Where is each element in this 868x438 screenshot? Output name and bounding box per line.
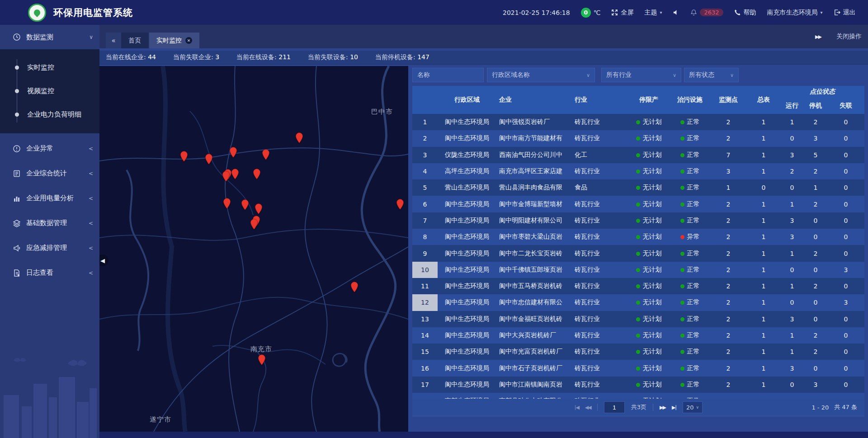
prev-page-button[interactable]: ◀◀ xyxy=(585,405,591,410)
cell-region: 阆中生态环境局 xyxy=(438,130,496,146)
cell-halted: 0 xyxy=(804,262,827,278)
cell-region: 阆中生态环境局 xyxy=(438,212,496,229)
cell-halted: 0 xyxy=(804,294,827,311)
map-pin-icon[interactable] xyxy=(222,171,230,182)
sidebar-item-3[interactable]: 企业用电量分析< xyxy=(0,186,99,211)
cell-halted: 1 xyxy=(804,179,827,196)
map-pin-icon[interactable] xyxy=(230,147,237,158)
cell-halted: 2 xyxy=(804,327,827,344)
map-pin-icon[interactable] xyxy=(255,203,263,214)
help-button[interactable]: 帮助 xyxy=(734,9,756,17)
page-number-input[interactable] xyxy=(604,401,625,413)
map-pin-icon[interactable] xyxy=(223,198,231,209)
tabs-scroll-right-button[interactable]: ▶▶ xyxy=(815,34,821,40)
cell-region: 阆中生态环境局 xyxy=(438,311,496,327)
status-dot-icon xyxy=(636,317,640,321)
org-dropdown[interactable]: 南充市生态环境局▾ xyxy=(767,9,823,17)
tab-realtime-monitor[interactable]: 实时监控 ✕ xyxy=(149,33,199,48)
table-row[interactable]: 12阆中生态环境局阆中市忠信建材有限公砖瓦行业无计划正常21003 xyxy=(412,294,864,311)
map-pin-icon[interactable] xyxy=(262,149,270,160)
sidebar-subitem-2[interactable]: 企业电力负荷明细 xyxy=(0,103,99,126)
close-operations-button[interactable]: 关闭操作 xyxy=(836,33,862,41)
table-row[interactable]: 5营山生态环境局营山县润丰肉食品有限食品无计划正常10010 xyxy=(412,179,864,196)
main-content: 当前在线企业: 44当前失联企业: 3当前在线设备: 211当前失联设备: 10… xyxy=(99,48,868,438)
logout-button[interactable]: 退出 xyxy=(834,9,856,17)
table-row[interactable]: 1阆中生态环境局阆中强锐页岩砖厂砖瓦行业无计划正常21120 xyxy=(412,114,864,130)
first-page-button[interactable]: ∣◀ xyxy=(574,405,579,410)
table-row[interactable]: 9阆中生态环境局阆中市二龙长宝页岩砖砖瓦行业无计划正常21120 xyxy=(412,245,864,261)
cell-index: 2 xyxy=(412,130,438,146)
map-pin-icon[interactable] xyxy=(396,199,404,210)
map-panel[interactable]: 巴中市南充市遂宁市 ◀ xyxy=(99,66,408,432)
table-row[interactable]: 2阆中生态环境局阆中市南方节能建材有砖瓦行业无计划正常21030 xyxy=(412,130,864,146)
industry-select[interactable]: 所有行业∨ xyxy=(601,68,681,82)
table-row[interactable]: 6阆中生态环境局阆中市金博瑞新型墙材砖瓦行业无计划正常21120 xyxy=(412,196,864,212)
cell-region: 阆中生态环境局 xyxy=(438,377,496,393)
table-row[interactable]: 15阆中生态环境局阆中市光富页岩机砖厂砖瓦行业无计划正常21120 xyxy=(412,344,864,360)
map-pin-icon[interactable] xyxy=(180,151,188,162)
cell-stop-limit: 无计划 xyxy=(627,163,670,179)
map-pin-icon[interactable] xyxy=(351,282,359,292)
page-size-select[interactable]: 20∨ xyxy=(683,401,703,413)
cell-running: 1 xyxy=(780,245,804,261)
cell-running: 0 xyxy=(780,179,804,196)
table-row[interactable]: 4高坪生态环境局南充市高坪区王家店建砖瓦行业无计划正常31220 xyxy=(412,163,864,179)
cell-stop-limit: 无计划 xyxy=(627,229,670,245)
cell-halted: 2 xyxy=(804,344,827,360)
sidebar-item-6[interactable]: 日志查看< xyxy=(0,260,99,285)
cell-meter: 1 xyxy=(747,344,780,360)
status-dot-icon xyxy=(680,235,684,239)
col-monitor: 监测点 xyxy=(710,86,747,114)
sidebar-item-1[interactable]: 企业异常< xyxy=(0,136,99,161)
last-page-button[interactable]: ▶∣ xyxy=(672,405,676,410)
cell-company: 西南油气田分公司川中 xyxy=(496,147,572,163)
table-row[interactable]: 8阆中生态环境局阆中市枣碧大梁山页岩砖瓦行业无计划异常21300 xyxy=(412,229,864,245)
map-pin-icon[interactable] xyxy=(253,169,261,179)
sidebar-item-5[interactable]: 应急减排管理< xyxy=(0,235,99,260)
clock-monitor-icon xyxy=(13,33,21,41)
sidebar-subitem-0[interactable]: 实时监控 xyxy=(0,56,99,79)
map-pin-icon[interactable] xyxy=(296,132,303,143)
table-row[interactable]: 14阆中生态环境局阆中大兴页岩机砖厂砖瓦行业无计划正常21120 xyxy=(412,327,864,344)
cell-industry: 砖瓦行业 xyxy=(572,360,627,376)
cell-index: 17 xyxy=(412,377,438,393)
sidebar-item-4[interactable]: 基础数据管理< xyxy=(0,211,99,235)
close-tab-icon[interactable]: ✕ xyxy=(185,37,192,44)
region-select[interactable]: 行政区域名称∨ xyxy=(487,68,595,82)
map-pin-icon[interactable] xyxy=(205,154,213,165)
bar-chart-icon xyxy=(13,194,21,203)
sidebar-subitem-1[interactable]: 视频监控 xyxy=(0,79,99,103)
table-row[interactable]: 3仪陇生态环境局西南油气田分公司川中化工无计划正常71350 xyxy=(412,147,864,163)
next-page-button[interactable]: ▶▶ xyxy=(660,405,665,410)
table-row[interactable]: 18南部生态环境局南部县砂化土砖有限公砖瓦行业无计划正常10010 xyxy=(412,393,864,399)
map-pin-icon[interactable] xyxy=(231,169,239,179)
table-row[interactable]: 17阆中生态环境局阆中市江南镇阆南页岩砖瓦行业无计划正常21030 xyxy=(412,377,864,393)
name-search-input[interactable]: 名称 xyxy=(412,68,484,82)
map-pin-icon[interactable] xyxy=(241,199,249,210)
table-row[interactable]: 11阆中生态环境局阆中市五马桥页岩机砖砖瓦行业无计划正常21120 xyxy=(412,278,864,294)
cell-region: 阆中生态环境局 xyxy=(438,327,496,344)
chevron-down-icon: ∨ xyxy=(89,34,93,40)
table-row[interactable]: 10阆中生态环境局阆中千佛镇五郎垭页岩砖瓦行业无计划正常21003 xyxy=(412,262,864,278)
cell-industry: 砖瓦行业 xyxy=(572,327,627,344)
tabs-scroll-left-button[interactable]: « xyxy=(106,33,121,48)
col-company: 企业 xyxy=(496,86,572,114)
notification-count-badge[interactable]: 2632 xyxy=(700,9,723,16)
theme-dropdown[interactable]: 主题▾ xyxy=(644,9,662,17)
table-row[interactable]: 7阆中生态环境局阆中明阳建材有限公司砖瓦行业无计划正常21300 xyxy=(412,212,864,229)
report-icon xyxy=(13,170,21,178)
mute-button[interactable] xyxy=(673,9,679,16)
notifications[interactable]: 2632 xyxy=(690,9,723,16)
sidebar-item-0[interactable]: 数据监测∨ xyxy=(0,25,99,49)
cell-stop-limit: 无计划 xyxy=(627,393,670,399)
fullscreen-button[interactable]: 全屏 xyxy=(611,9,633,17)
table-row[interactable]: 16阆中生态环境局阆中市石子页岩机砖厂砖瓦行业无计划正常21300 xyxy=(412,360,864,376)
table-row[interactable]: 13阆中生态环境局阆中市金福旺页岩机砖砖瓦行业无计划正常21300 xyxy=(412,311,864,327)
cell-industry: 砖瓦行业 xyxy=(572,163,627,179)
cell-facility: 正常 xyxy=(670,278,710,294)
map-pin-icon[interactable] xyxy=(250,219,258,230)
tab-home[interactable]: 首页 xyxy=(121,33,148,48)
status-select[interactable]: 所有状态∨ xyxy=(684,68,739,82)
map-pin-icon[interactable] xyxy=(258,354,266,365)
sidebar-item-2[interactable]: 企业综合统计< xyxy=(0,161,99,186)
